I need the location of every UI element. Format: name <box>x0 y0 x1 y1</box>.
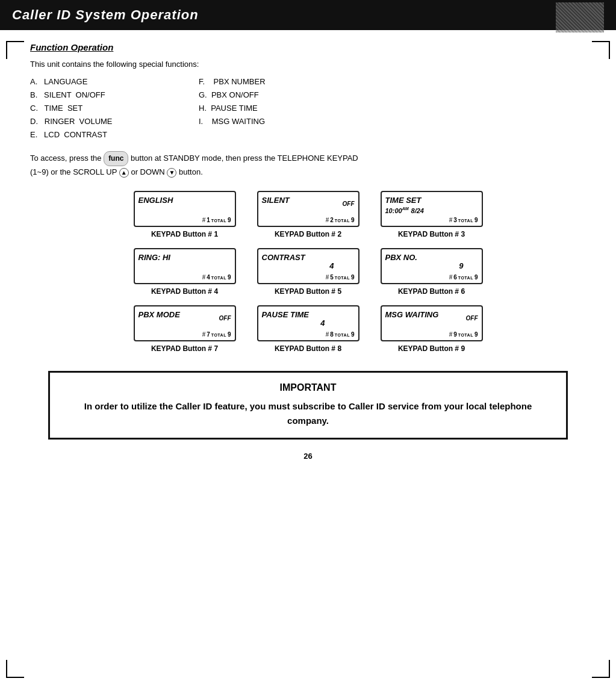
corner-bl <box>6 660 24 678</box>
access-text-4: or DOWN <box>131 167 164 176</box>
function-col-left: A. LANGUAGE B. SILENT ON/OFF C. TIME SET… <box>30 75 199 141</box>
keypad-box-bottom-3: # 3 TOTAL 9 <box>449 217 478 223</box>
keypad-box-val-8: 4 <box>320 319 325 328</box>
corner-tr <box>592 41 610 59</box>
keypad-box-1: ENGLISH # 1 TOTAL 9 <box>134 191 236 227</box>
keypad-box-bottom-5: # 5 TOTAL 9 <box>326 274 355 281</box>
func-c: C. TIME SET <box>30 102 199 115</box>
keypad-box-title-7: PBX MODE <box>138 310 180 319</box>
access-text-5: button. <box>179 167 203 176</box>
keypad-label-5: KEYPAD Button # 5 <box>275 287 341 296</box>
keypad-item-8: PAUSE TIME 4 # 8 TOTAL 9 KEYPAD Button #… <box>252 305 364 353</box>
scroll-up-icon <box>119 168 129 178</box>
keypad-box-title-5: CONTRAST <box>262 253 305 262</box>
intro-text: This unit contains the following special… <box>30 58 586 70</box>
keypad-box-7: PBX MODE OFF # 7 TOTAL 9 <box>134 305 236 341</box>
keypad-label-3: KEYPAD Button # 3 <box>398 230 465 238</box>
keypad-label-6: KEYPAD Button # 6 <box>398 287 465 296</box>
access-text-1: To access, press the <box>30 154 102 163</box>
page-number: 26 <box>30 452 586 461</box>
access-text-2: button at STANDBY mode, then press the T… <box>131 154 358 163</box>
func-b: B. SILENT ON/OFF <box>30 89 199 102</box>
function-col-right: F. PBX NUMBER G. PBX ON/OFF H. PAUSE TIM… <box>199 75 367 141</box>
func-e: E. LCD CONTRAST <box>30 128 199 141</box>
keypad-box-off-7: OFF <box>219 315 231 322</box>
keypad-box-bottom-4: # 4 TOTAL 9 <box>202 274 231 281</box>
keypad-box-val-5: 4 <box>329 261 334 270</box>
keypad-item-7: PBX MODE OFF # 7 TOTAL 9 KEYPAD Button #… <box>129 305 240 353</box>
keypad-box-title-9: MSG WAITING <box>385 310 439 319</box>
page-title: Caller ID System Operation <box>12 7 199 23</box>
keypad-box-val-6: 9 <box>459 261 463 270</box>
keypad-box-title-1: ENGLISH <box>138 196 173 205</box>
keypad-box-title-8: PAUSE TIME <box>262 310 310 319</box>
important-box: IMPORTANT In order to utilize the Caller… <box>48 371 568 440</box>
func-f: F. PBX NUMBER <box>199 75 367 89</box>
func-g: G. PBX ON/OFF <box>199 89 367 102</box>
function-list: A. LANGUAGE B. SILENT ON/OFF C. TIME SET… <box>30 75 586 141</box>
keypad-label-2: KEYPAD Button # 2 <box>275 230 341 238</box>
func-a: A. LANGUAGE <box>30 75 199 89</box>
keypad-item-5: CONTRAST 4 # 5 TOTAL 9 KEYPAD Button # 5 <box>252 248 364 296</box>
important-title: IMPORTANT <box>68 382 548 393</box>
keypad-box-2: SILENT OFF # 2 TOTAL 9 <box>257 191 359 227</box>
scroll-down-icon <box>167 168 176 178</box>
func-i: I. MSG WAITING <box>199 115 367 128</box>
keypad-box-title-6: PBX NO. <box>385 253 417 262</box>
keypad-box-title-4: RING: HI <box>138 253 170 262</box>
main-content: Function Operation This unit contains th… <box>0 30 616 479</box>
keypad-box-bottom-6: # 6 TOTAL 9 <box>449 274 478 281</box>
keypad-label-9: KEYPAD Button # 9 <box>398 344 465 353</box>
corner-tl <box>6 41 24 59</box>
keypad-label-7: KEYPAD Button # 7 <box>151 344 218 353</box>
keypad-box-off-9: OFF <box>466 315 478 322</box>
keypad-box-off-2: OFF <box>343 200 355 207</box>
section-title: Function Operation <box>30 42 586 52</box>
access-text: To access, press the func button at STAN… <box>30 151 586 179</box>
keypad-box-9: MSG WAITING OFF # 9 TOTAL 9 <box>381 305 483 341</box>
keypad-box-8: PAUSE TIME 4 # 8 TOTAL 9 <box>257 305 359 341</box>
keypad-item-4: RING: HI # 4 TOTAL 9 KEYPAD Button # 4 <box>129 248 240 296</box>
keypad-box-5: CONTRAST 4 # 5 TOTAL 9 <box>257 248 359 284</box>
keypad-box-4: RING: HI # 4 TOTAL 9 <box>134 248 236 284</box>
keypad-label-4: KEYPAD Button # 4 <box>151 287 218 296</box>
keypad-box-bottom-7: # 7 TOTAL 9 <box>202 331 231 338</box>
corner-br <box>592 660 610 678</box>
keypad-item-1: ENGLISH # 1 TOTAL 9 KEYPAD Button # 1 <box>129 191 240 238</box>
access-text-3: (1~9) or the SCROLL UP <box>30 167 117 176</box>
keypad-box-bottom-1: # 1 TOTAL 9 <box>202 217 231 223</box>
keypad-item-6: PBX NO. 9 # 6 TOTAL 9 KEYPAD Button # 6 <box>376 248 487 296</box>
keypad-box-bottom-8: # 8 TOTAL 9 <box>326 331 355 338</box>
func-h: H. PAUSE TIME <box>199 102 367 115</box>
important-text: In order to utilize the Caller ID featur… <box>68 399 548 428</box>
keypad-label-1: KEYPAD Button # 1 <box>151 230 218 238</box>
keypad-box-3: TIME SET 10:00AM 8/24 # 3 TOTAL 9 <box>381 191 483 227</box>
keypad-item-9: MSG WAITING OFF # 9 TOTAL 9 KEYPAD Butto… <box>376 305 487 353</box>
keypad-grid: ENGLISH # 1 TOTAL 9 KEYPAD Button # 1 SI… <box>30 191 586 353</box>
keypad-label-8: KEYPAD Button # 8 <box>275 344 341 353</box>
keypad-item-2: SILENT OFF # 2 TOTAL 9 KEYPAD Button # 2 <box>252 191 364 238</box>
keypad-item-3: TIME SET 10:00AM 8/24 # 3 TOTAL 9 KEYPAD… <box>376 191 487 238</box>
header-image <box>556 2 604 33</box>
keypad-box-bottom-2: # 2 TOTAL 9 <box>326 217 355 223</box>
keypad-box-6: PBX NO. 9 # 6 TOTAL 9 <box>381 248 483 284</box>
keypad-box-title-3: TIME SET <box>385 196 422 205</box>
func-d: D. RINGER VOLUME <box>30 115 199 128</box>
keypad-box-title-2: SILENT <box>262 196 290 205</box>
keypad-box-timeset: 10:00AM 8/24 <box>385 207 478 214</box>
header-bar: Caller ID System Operation <box>0 0 616 30</box>
keypad-box-bottom-9: # 9 TOTAL 9 <box>449 331 478 338</box>
func-button-inline: func <box>104 151 128 166</box>
